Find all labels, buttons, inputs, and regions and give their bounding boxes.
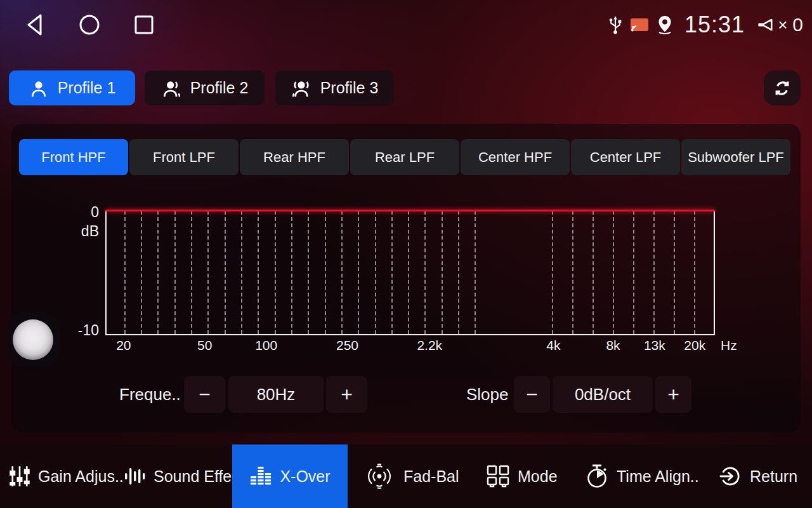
nav-mode[interactable]: Mode	[486, 444, 558, 508]
profile-3-button[interactable]: Profile 3	[275, 70, 394, 105]
volume-indicator[interactable]: × 0	[756, 14, 803, 36]
slope-value: 0dB/oct	[553, 376, 653, 413]
tab-label: Front HPF	[41, 149, 105, 166]
x-tick-label: 2.2k	[417, 338, 442, 353]
profile-3-label: Profile 3	[320, 79, 379, 97]
nav-time-align[interactable]: Time Align..	[585, 444, 699, 508]
tab-label: Center HPF	[478, 149, 552, 166]
gridline	[694, 211, 695, 334]
sound-effects-icon	[124, 465, 146, 488]
tab-rear-lpf[interactable]: Rear LPF	[350, 139, 459, 175]
x-axis-unit: Hz	[721, 338, 737, 353]
home-button[interactable]	[77, 13, 102, 37]
profile-1-label: Profile 1	[58, 79, 116, 97]
gridline	[442, 211, 443, 334]
gridline	[124, 211, 126, 334]
back-button[interactable]	[23, 13, 47, 37]
tab-label: Center LPF	[590, 149, 662, 166]
floating-knob-button[interactable]	[6, 312, 59, 367]
minus-icon: −	[199, 383, 211, 406]
profile-2-button[interactable]: Profile 2	[145, 70, 265, 105]
gridline	[424, 211, 426, 334]
fad-bal-icon	[363, 463, 396, 490]
gridline	[207, 211, 209, 334]
tab-rear-hpf[interactable]: Rear HPF	[240, 139, 349, 175]
gridline	[674, 211, 675, 334]
gridline	[157, 211, 159, 334]
gridline	[325, 211, 326, 334]
nav-label: X-Over	[280, 467, 330, 486]
nav-return[interactable]: Return	[718, 444, 797, 508]
gridline	[308, 211, 309, 334]
slope-plus-button[interactable]: +	[655, 376, 691, 413]
gridline	[633, 211, 634, 334]
y-axis-label: dB	[58, 223, 99, 240]
gridline	[653, 211, 655, 334]
profile-2-icon	[161, 78, 181, 98]
x-tick-label: 13k	[644, 338, 665, 353]
tab-label: Front LPF	[153, 149, 215, 166]
recents-icon	[134, 15, 154, 35]
gridline	[275, 211, 276, 334]
mode-icon	[486, 464, 510, 488]
nav-label: Fad-Bal	[403, 467, 459, 486]
frequency-response-chart[interactable]	[105, 210, 715, 335]
gridline	[391, 211, 393, 334]
reset-profile-button[interactable]	[764, 70, 801, 105]
gridline	[141, 211, 142, 334]
filter-tabs: Front HPF Front LPF Rear HPF Rear LPF Ce…	[19, 139, 790, 175]
gridline	[475, 211, 476, 334]
slope-minus-button[interactable]: −	[514, 376, 550, 413]
frequency-value-text: 80Hz	[257, 385, 296, 404]
android-nav-keys	[23, 11, 156, 38]
gridline	[593, 211, 594, 334]
volume-muted-icon	[756, 15, 775, 34]
gridline	[613, 211, 614, 334]
gridline	[375, 211, 376, 334]
frequency-value: 80Hz	[228, 376, 324, 413]
home-icon	[78, 13, 101, 36]
tab-label: Rear LPF	[375, 149, 435, 166]
frequency-minus-button[interactable]: −	[184, 376, 225, 413]
status-icons: 15:31 × 0	[607, 8, 803, 42]
gridline	[358, 211, 359, 334]
slope-value-text: 0dB/oct	[575, 385, 631, 404]
profile-1-button[interactable]: Profile 1	[9, 70, 135, 105]
nav-fad-bal[interactable]: Fad-Bal	[363, 444, 459, 508]
refresh-icon	[772, 78, 792, 98]
minus-icon: −	[526, 383, 538, 406]
status-bar: 15:31 × 0	[0, 0, 812, 50]
chart-xticks: 20501002502.2k4k8k13k20k	[105, 338, 715, 357]
recents-button[interactable]	[132, 13, 156, 37]
x-tick-label: 20	[116, 338, 131, 353]
tab-center-lpf[interactable]: Center LPF	[571, 139, 680, 175]
tab-center-hpf[interactable]: Center HPF	[461, 139, 570, 175]
nav-sound-effects[interactable]: Sound Effe..	[124, 444, 240, 508]
time-align-icon	[585, 464, 609, 489]
plus-icon: +	[667, 383, 679, 406]
nav-label: Gain Adjus..	[38, 467, 124, 486]
frequency-plus-button[interactable]: +	[326, 376, 367, 413]
gridline	[408, 211, 409, 334]
location-icon	[655, 15, 674, 35]
x-over-icon	[249, 465, 272, 488]
profile-1-icon	[29, 78, 49, 98]
frequency-label: Freque..	[119, 376, 181, 413]
tab-label: Rear HPF	[263, 149, 325, 166]
tab-front-lpf[interactable]: Front LPF	[129, 139, 239, 175]
head-unit-screen: 15:31 × 0 Profile 1	[0, 0, 812, 508]
gridline	[458, 211, 459, 334]
volume-level: 0	[792, 14, 803, 36]
xover-panel: Front HPF Front LPF Rear HPF Rear LPF Ce…	[11, 124, 801, 432]
gridline	[341, 211, 343, 334]
volume-mute-mark: ×	[778, 15, 787, 35]
gridline	[241, 211, 242, 334]
x-tick-label: 8k	[606, 338, 620, 353]
response-line	[105, 210, 715, 211]
tab-subwoofer-lpf[interactable]: Subwoofer LPF	[681, 139, 790, 175]
chart-gridlines	[107, 210, 714, 334]
cast-icon	[630, 17, 649, 32]
nav-x-over[interactable]: X-Over	[232, 444, 348, 508]
nav-gain-adjust[interactable]: Gain Adjus..	[9, 444, 124, 508]
tab-front-hpf[interactable]: Front HPF	[19, 139, 128, 175]
